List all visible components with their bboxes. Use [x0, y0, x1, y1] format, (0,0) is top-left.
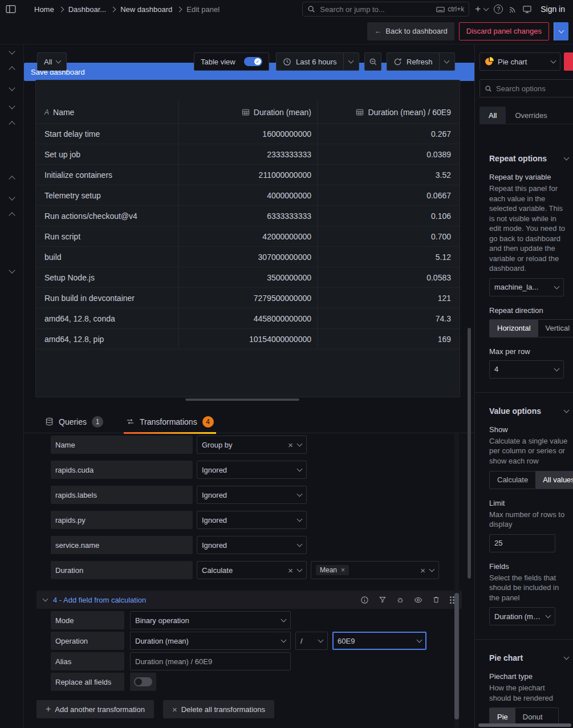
- breadcrumb-home[interactable]: Home: [34, 5, 54, 14]
- filter-icon[interactable]: [379, 596, 387, 604]
- fields-select[interactable]: Duration (me...: [489, 607, 555, 625]
- transform-field-row: rapids.cuda Ignored: [51, 461, 474, 479]
- tab-all[interactable]: All: [479, 107, 506, 124]
- chevron-down-icon: [551, 58, 556, 64]
- limit-input[interactable]: [489, 534, 555, 552]
- options-search-input[interactable]: [496, 84, 568, 93]
- operation-right-select[interactable]: 60E9: [332, 632, 426, 650]
- trash-icon[interactable]: [432, 596, 440, 604]
- eye-icon[interactable]: [414, 596, 422, 604]
- pie-option[interactable]: Pie: [490, 708, 515, 725]
- replace-all-fields-toggle[interactable]: [134, 677, 152, 686]
- breadcrumb-new-dashboard[interactable]: New dashboard: [120, 5, 172, 14]
- section-pie-chart[interactable]: Pie chart: [489, 653, 568, 662]
- field-operation-select[interactable]: Calculate ×: [197, 561, 307, 579]
- calculated-field-icon: [242, 108, 250, 116]
- remove-chip-icon[interactable]: ×: [341, 567, 345, 574]
- alias-label: Alias: [51, 652, 124, 670]
- save-dashboard-caret-button[interactable]: [554, 22, 568, 40]
- chevron-up-icon[interactable]: [9, 66, 15, 72]
- new-menu-button[interactable]: +: [475, 3, 488, 15]
- chevron-up-icon[interactable]: [9, 121, 15, 127]
- transformation-header[interactable]: 4 - Add field from calculation: [36, 591, 462, 609]
- chevron-down-icon: [554, 365, 560, 371]
- tab-queries[interactable]: Queries 1: [43, 410, 105, 433]
- chevron-down-icon: [348, 58, 354, 64]
- info-icon[interactable]: [360, 596, 369, 604]
- visualization-picker[interactable]: Pie chart: [479, 52, 560, 71]
- chevron-up-icon[interactable]: [9, 212, 15, 218]
- refresh-interval-caret-button[interactable]: [439, 52, 455, 71]
- donut-option[interactable]: Donut: [515, 708, 550, 725]
- calc-functions-select[interactable]: Mean × ×: [311, 561, 439, 579]
- repeat-variable-select[interactable]: machine_la...: [489, 278, 564, 296]
- chevron-up-icon[interactable]: [9, 176, 15, 182]
- direction-vertical-option[interactable]: Vertical: [538, 320, 573, 337]
- refresh-button[interactable]: Refresh: [387, 52, 440, 71]
- display-icon[interactable]: [523, 5, 531, 14]
- string-field-icon: A: [44, 108, 49, 116]
- clear-icon[interactable]: ×: [288, 441, 293, 449]
- tab-transformations[interactable]: Transformations 4: [124, 410, 216, 433]
- field-operation-select[interactable]: Group by ×: [197, 436, 307, 454]
- news-icon[interactable]: [509, 5, 517, 14]
- add-transformation-button[interactable]: + Add another transformation: [36, 700, 154, 718]
- table-row: Start delay time 16000000000 0.267: [36, 124, 460, 144]
- scope-select[interactable]: All: [37, 52, 67, 71]
- help-icon[interactable]: ?: [494, 5, 503, 14]
- breadcrumb-dashboards[interactable]: Dashboar...: [68, 5, 107, 14]
- direction-horizontal-option[interactable]: Horizontal: [490, 320, 538, 337]
- alias-input[interactable]: [130, 652, 291, 670]
- zoom-out-button[interactable]: [364, 52, 381, 71]
- column-header-ratio[interactable]: Duration (mean) / 60E9: [318, 101, 460, 123]
- field-operation-select[interactable]: Ignored: [197, 461, 307, 479]
- sign-in-link[interactable]: Sign in: [541, 5, 565, 14]
- chevron-down-icon[interactable]: [9, 84, 15, 91]
- horizontal-scrollbar[interactable]: [185, 398, 299, 401]
- section-value-options[interactable]: Value options: [489, 406, 568, 416]
- options-search[interactable]: [479, 79, 573, 97]
- time-range-button[interactable]: Last 6 hours: [276, 52, 344, 71]
- chevron-down-icon: [564, 654, 570, 660]
- mode-select[interactable]: Binary operation: [130, 611, 291, 629]
- field-name-cell: service.name: [51, 536, 193, 554]
- chevron-down-icon[interactable]: [9, 194, 15, 200]
- chevron-right-icon: [111, 6, 116, 12]
- debug-icon[interactable]: [396, 596, 404, 604]
- page-scrollbar[interactable]: [468, 328, 471, 579]
- time-range-caret-button[interactable]: [343, 52, 359, 71]
- table-row: amd64, 12.8, pip 10154000000000 169: [36, 329, 460, 349]
- field-operation-select[interactable]: Ignored: [197, 511, 307, 529]
- field-operation-select[interactable]: Ignored: [197, 486, 307, 504]
- show-calculate-option[interactable]: Calculate: [490, 471, 535, 489]
- red-indicator[interactable]: [564, 52, 573, 71]
- chevron-down-icon[interactable]: [9, 267, 15, 273]
- max-per-row-select[interactable]: 4: [489, 360, 564, 379]
- operation-left-select[interactable]: Duration (mean): [130, 632, 291, 650]
- show-all-values-option[interactable]: All values: [535, 471, 573, 489]
- column-header-duration[interactable]: Duration (mean): [179, 101, 318, 123]
- table-view-toggle[interactable]: ✓: [244, 57, 262, 66]
- operator-select[interactable]: /: [295, 632, 328, 650]
- options-horizontal-scrollbar[interactable]: [478, 723, 571, 727]
- clear-icon[interactable]: ×: [288, 566, 293, 575]
- tab-overrides[interactable]: Overrides: [506, 107, 556, 124]
- breadcrumb: Home Dashboar... New dashboard Edit pane…: [34, 5, 220, 14]
- sidebar-toggle-icon[interactable]: [6, 4, 16, 14]
- zoom-out-icon: [369, 58, 377, 66]
- transformations-scrollbar[interactable]: [454, 433, 459, 728]
- delete-all-transformations-button[interactable]: × Delete all transformations: [163, 700, 274, 718]
- section-repeat-options[interactable]: Repeat options: [489, 154, 568, 163]
- repeat-direction-group: Horizontal Vertical: [489, 319, 573, 337]
- keyboard-icon: [436, 5, 445, 14]
- back-to-dashboard-button[interactable]: ← Back to dashboard: [367, 22, 454, 40]
- clear-icon[interactable]: ×: [420, 566, 425, 575]
- transform-field-row: rapids.labels Ignored: [51, 486, 474, 504]
- discard-panel-button[interactable]: Discard panel changes: [459, 22, 549, 40]
- global-search[interactable]: ctrl+k: [302, 2, 469, 17]
- field-operation-select[interactable]: Ignored: [197, 536, 307, 554]
- chevron-down-icon[interactable]: [9, 48, 15, 54]
- chevron-down-icon[interactable]: [9, 103, 15, 109]
- global-search-input[interactable]: [320, 5, 432, 14]
- column-header-name[interactable]: A Name: [36, 101, 179, 123]
